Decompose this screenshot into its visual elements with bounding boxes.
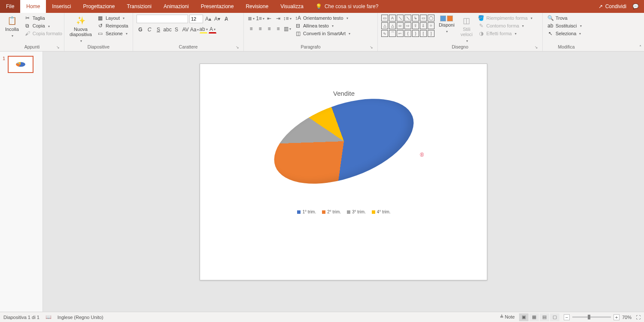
clear-format-icon[interactable]: A̷ [222,15,230,23]
reading-view-button[interactable]: ▤ [540,313,549,321]
shape-curve[interactable]: ∿ [381,30,388,37]
char-spacing-button[interactable]: AV [182,26,189,33]
tab-animations[interactable]: Animazioni [158,0,195,13]
text-direction-icon: ↕A [295,15,301,21]
shapes-gallery[interactable]: ▭A＼＼↳▭◯ △△⬄⇨⇧⇩✧ ∿⌒⤺{}[] [381,15,434,37]
zoom-slider[interactable] [572,316,611,318]
shape-rect2[interactable]: ▭ [420,15,427,21]
slide-1[interactable]: Vendite V 3 ® 1° trim. 2° trim. 3° trim.… [200,64,487,280]
align-right-button[interactable]: ≡ [265,25,273,33]
shape-line[interactable]: ＼ [397,15,404,21]
shape-arrow-r[interactable]: ⇨ [404,22,411,29]
slide-canvas[interactable]: Vendite V 3 ® 1° trim. 2° trim. 3° trim.… [43,52,644,312]
copy-button[interactable]: ⧉Copia [23,22,64,29]
paragraph-launcher[interactable]: ↘ [370,45,373,49]
sorter-view-button[interactable]: ▦ [529,313,539,321]
zoom-in-button[interactable]: + [614,314,620,320]
bold-button[interactable]: G [137,26,144,33]
decrease-indent-button[interactable]: ⇤ [265,15,273,22]
select-button[interactable]: ↖Seleziona [546,30,583,37]
italic-button[interactable]: C [146,26,153,33]
zoom-thumb[interactable] [588,315,590,319]
shape-brace-r[interactable]: } [412,30,419,37]
increase-indent-button[interactable]: ⇥ [274,15,282,22]
strike-button[interactable]: abc [164,26,171,33]
numbering-button[interactable]: 1≡ [256,15,264,22]
columns-button[interactable]: ▥ [283,25,291,33]
share-button[interactable]: ↗ Condividi [598,3,626,9]
tab-insert[interactable]: Inserisci [46,0,77,13]
align-left-button[interactable]: ≡ [247,25,255,33]
shape-oval[interactable]: ◯ [428,15,434,21]
shape-arrow-u[interactable]: ⇧ [412,22,419,29]
shape-star[interactable]: ✧ [428,22,434,29]
clipboard-launcher[interactable]: ↘ [56,45,60,49]
shape-textbox[interactable]: A [389,15,396,21]
tab-slideshow[interactable]: Presentazione [195,0,240,13]
collapse-ribbon-button[interactable]: ˄ [639,45,641,49]
grow-font-icon[interactable]: A▴ [204,15,212,23]
shape-tri[interactable]: △ [381,22,388,29]
shape-brace-l[interactable]: { [404,30,411,37]
reset-button[interactable]: ↺Reimposta [96,22,130,29]
underline-button[interactable]: S [155,26,162,33]
tell-me-search[interactable]: 💡 Che cosa si vuole fare? [310,0,384,13]
drawing-launcher[interactable]: ↘ [535,45,538,49]
line-spacing-button[interactable]: ↕≡ [283,15,291,22]
chart-object[interactable]: Vendite V 3 ® 1° trim. 2° trim. 3° trim.… [258,87,430,259]
notes-button[interactable]: ≜ Note [500,314,515,320]
tab-review[interactable]: Revisione [240,0,274,13]
font-color-button[interactable]: A [209,26,216,33]
slideshow-view-button[interactable]: ▢ [550,313,559,321]
highlight-button[interactable]: ab [200,26,207,33]
spellcheck-icon[interactable]: 📖 [46,314,52,320]
quick-styles-button[interactable]: ◫ Stili veloci [459,15,474,44]
zoom-out-button[interactable]: − [564,314,570,320]
shape-bracket-r[interactable]: ] [428,30,434,37]
layout-button[interactable]: ▦Layout [96,15,130,21]
find-button[interactable]: 🔍Trova [546,15,583,21]
cut-button[interactable]: ✂Taglia [23,15,64,21]
font-launcher[interactable]: ↘ [236,45,239,49]
tab-transitions[interactable]: Transizioni [121,0,158,13]
tab-home[interactable]: Home [20,0,46,13]
shape-fill-button[interactable]: 🪣Riempimento forma [477,15,534,21]
slide-thumbnail-1[interactable] [8,56,33,73]
shape-outline-button[interactable]: ✎Contorno forma [477,22,534,29]
bullets-button[interactable]: ≣ [247,15,255,22]
font-size-input[interactable] [189,15,203,23]
shape-rect[interactable]: ▭ [381,15,388,21]
shape-line2[interactable]: ＼ [404,15,411,21]
shape-arc[interactable]: ⤺ [397,30,404,37]
justify-button[interactable]: ≡ [274,25,282,33]
tab-view[interactable]: Visualizza [274,0,310,13]
tab-file[interactable]: File [0,0,20,13]
shape-curve2[interactable]: ⌒ [389,30,396,37]
section-button[interactable]: ▭Sezione [96,30,130,37]
align-center-button[interactable]: ≡ [256,25,264,33]
tab-design[interactable]: Progettazione [77,0,121,13]
change-case-button[interactable]: Aa [191,26,198,33]
font-name-input[interactable] [137,15,188,23]
language-indicator[interactable]: Inglese (Regno Unito) [58,315,103,320]
shadow-button[interactable]: S [173,26,180,33]
convert-smartart-button[interactable]: ◫Converti in SmartArt [294,30,352,37]
new-slide-button[interactable]: ✨ Nuova diapositiva [68,15,94,44]
zoom-percent[interactable]: 70% [622,315,632,320]
text-direction-button[interactable]: ↕AOrientamento testo [294,15,352,21]
shape-connector[interactable]: ↳ [412,15,419,21]
shape-effects-button[interactable]: ◑Effetti forma [477,30,534,37]
paste-button[interactable]: 📋 Incolla [3,15,21,39]
format-painter-button[interactable]: 🖌Copia formato [23,30,64,37]
align-text-button[interactable]: ⊟Allinea testo [294,22,352,29]
shape-arrow-l[interactable]: ⬄ [397,22,404,29]
shape-arrow-d[interactable]: ⇩ [420,22,427,29]
normal-view-button[interactable]: ▣ [519,313,529,321]
arrange-button[interactable]: Disponi [437,15,456,34]
shrink-font-icon[interactable]: A▾ [213,15,221,23]
shape-bracket-l[interactable]: [ [420,30,427,37]
fit-to-window-button[interactable]: ⛶ [636,315,641,320]
shape-tri2[interactable]: △ [389,22,396,29]
replace-button[interactable]: abSostituisci [546,22,583,29]
comments-icon[interactable]: 💬 [632,3,639,9]
